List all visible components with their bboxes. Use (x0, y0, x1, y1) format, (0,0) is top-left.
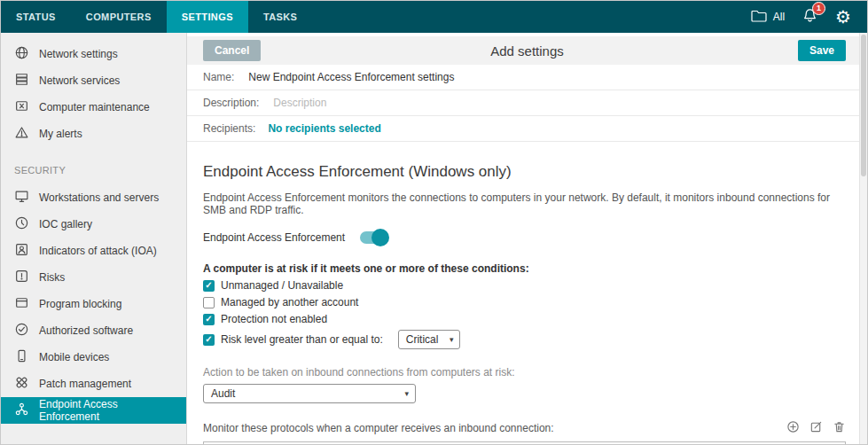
page-title: Add settings (490, 43, 564, 59)
sidebar-item-indicators-of-attack[interactable]: Indicators of attack (IOA) (1, 238, 186, 264)
sidebar-item-label: Mobile devices (39, 351, 109, 363)
monitor-label: Monitor these protocols when a computer … (203, 422, 554, 434)
scope-label: All (773, 11, 785, 23)
sidebar-item-label: Risks (39, 271, 65, 284)
action-label: Action to be taken on inbound connection… (203, 366, 846, 379)
box-x-icon (14, 98, 29, 116)
add-icon[interactable] (786, 420, 800, 436)
tab-status[interactable]: STATUS (1, 1, 71, 33)
protocol-list: SMB (139,445) Default Only workstations … (203, 441, 846, 444)
scope-selector[interactable]: All (751, 10, 785, 25)
trash-icon[interactable] (833, 420, 846, 436)
sidebar-item-workstations-servers[interactable]: Workstations and servers (1, 184, 186, 211)
sidebar-item-label: My alerts (39, 128, 82, 140)
cancel-button[interactable]: Cancel (203, 40, 261, 61)
sidebar-item-label: Endpoint Access Enforcement (39, 398, 173, 423)
settings-sidebar: Network settings Network services Comput… (1, 33, 187, 444)
chevron-down-icon: ▾ (404, 389, 409, 398)
toggle-knob (371, 229, 389, 246)
app-window: STATUS COMPUTERS SETTINGS TASKS All 1 ⚙ … (0, 0, 868, 445)
condition-label: Protection not enabled (221, 313, 327, 325)
monitor-icon (14, 189, 29, 207)
chevron-down-icon: ▾ (450, 335, 454, 344)
conditions-heading: A computer is at risk if it meets one or… (203, 262, 846, 275)
risk-level-select[interactable]: Critical ▾ (398, 330, 461, 349)
recipients-link[interactable]: No recipients selected (268, 122, 380, 135)
checkbox-risk-level[interactable]: ✓ (203, 334, 215, 346)
sidebar-item-label: Network settings (39, 48, 118, 60)
section-title: Endpoint Access Enforcement (Windows onl… (203, 163, 846, 181)
notifications-button[interactable]: 1 (802, 8, 817, 27)
sidebar-item-label: Network services (39, 74, 120, 87)
exclamation-box-icon (14, 269, 29, 286)
checkbox-managed-other-account[interactable] (203, 297, 215, 308)
monitor-protocols-row: Monitor these protocols when a computer … (203, 420, 846, 436)
sidebar-item-computer-maintenance[interactable]: Computer maintenance (1, 94, 186, 121)
gear-icon[interactable]: ⚙ (835, 8, 851, 26)
check-icon: ✓ (205, 315, 212, 324)
sidebar-item-risks[interactable]: Risks (1, 264, 186, 291)
checkbox-unmanaged[interactable]: ✓ (203, 280, 215, 292)
sidebar-item-mobile-devices[interactable]: Mobile devices (1, 344, 186, 371)
sidebar-item-label: Program blocking (39, 298, 121, 310)
action-value: Audit (211, 387, 235, 400)
scrollbar-thumb[interactable] (861, 35, 866, 176)
sidebar-item-patch-management[interactable]: Patch management (1, 371, 186, 397)
name-label: Name: (203, 71, 234, 83)
sidebar-item-label: Patch management (39, 378, 131, 390)
name-input[interactable] (246, 70, 628, 84)
protocol-row-smb: SMB (139,445) Default Only workstations (204, 442, 845, 444)
action-select[interactable]: Audit ▾ (203, 384, 416, 403)
recipients-label: Recipients: (203, 122, 255, 135)
form-header: Cancel Add settings Save (187, 36, 867, 65)
recipients-row: Recipients: No recipients selected (187, 116, 859, 142)
risk-level-value: Critical (406, 333, 439, 346)
check-circle-icon (14, 322, 29, 340)
check-icon: ✓ (205, 335, 212, 344)
sidebar-section-security: SECURITY (1, 147, 186, 184)
sidebar-item-endpoint-access-enforcement[interactable]: Endpoint Access Enforcement (1, 397, 186, 424)
clock-icon (14, 215, 29, 233)
edit-icon[interactable] (809, 420, 823, 436)
top-navigation: STATUS COMPUTERS SETTINGS TASKS All 1 ⚙ (1, 1, 867, 33)
sidebar-item-label: IOC gallery (39, 218, 92, 230)
bandage-icon (14, 375, 29, 393)
sidebar-item-network-services[interactable]: Network services (1, 67, 186, 94)
sidebar-item-program-blocking[interactable]: Program blocking (1, 291, 186, 317)
condition-label: Managed by another account (221, 296, 358, 308)
folder-icon (751, 10, 767, 25)
save-button[interactable]: Save (798, 40, 846, 61)
main-panel: Cancel Add settings Save Name: Descripti… (187, 33, 867, 444)
condition-row: Managed by another account (203, 296, 846, 308)
settings-content: Endpoint Access Enforcement (Windows onl… (187, 163, 867, 444)
condition-row: ✓ Protection not enabled (203, 313, 846, 325)
phone-icon (14, 348, 29, 366)
server-stack-icon (14, 72, 29, 90)
sidebar-item-ioc-gallery[interactable]: IOC gallery (1, 211, 186, 238)
checkbox-protection-not-enabled[interactable]: ✓ (203, 314, 215, 325)
globe-icon (14, 45, 29, 63)
enforcement-toggle[interactable] (360, 231, 387, 244)
sidebar-item-authorized-software[interactable]: Authorized software (1, 317, 186, 344)
check-icon: ✓ (205, 281, 212, 290)
condition-label: Unmanaged / Unavailable (221, 279, 343, 292)
tab-tasks[interactable]: TASKS (248, 1, 312, 33)
condition-label: Risk level greater than or equal to: (221, 333, 383, 346)
sidebar-item-label: Authorized software (39, 324, 133, 337)
description-input[interactable] (271, 96, 653, 110)
enforcement-toggle-row: Endpoint Access Enforcement (203, 231, 846, 244)
condition-row: ✓ Unmanaged / Unavailable (203, 279, 846, 292)
topnav-actions: All 1 ⚙ (751, 1, 867, 33)
window-icon (14, 295, 29, 313)
sidebar-item-network-settings[interactable]: Network settings (1, 41, 186, 67)
sidebar-item-my-alerts[interactable]: My alerts (1, 121, 186, 147)
tab-settings[interactable]: SETTINGS (167, 1, 248, 33)
protocol-toolbar (786, 420, 846, 436)
alert-triangle-icon (14, 125, 29, 143)
sidebar-item-label: Workstations and servers (39, 191, 159, 204)
network-nodes-icon (14, 402, 29, 419)
person-frame-icon (14, 242, 29, 260)
sidebar-item-label: Indicators of attack (IOA) (39, 245, 157, 257)
section-description: Endpoint Access Enforcement monitors the… (203, 191, 846, 216)
tab-computers[interactable]: COMPUTERS (71, 1, 167, 33)
